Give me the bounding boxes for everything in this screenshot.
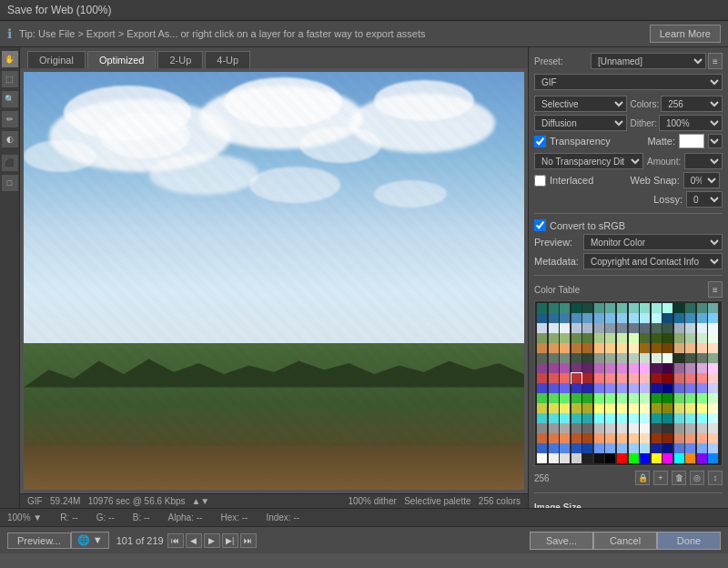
color-cell[interactable] [629,373,639,383]
color-cell[interactable] [571,453,581,463]
color-cell[interactable] [560,423,570,433]
color-cell[interactable] [549,453,559,463]
ct-shift-icon[interactable]: ↕ [708,471,723,485]
color-cell[interactable] [697,303,707,313]
color-cell[interactable] [685,393,695,403]
color-cell[interactable] [617,323,627,333]
color-cell[interactable] [594,343,604,353]
preset-menu-button[interactable]: ≡ [708,53,723,69]
image-nav-icons[interactable]: ▲▼ [191,496,209,506]
color-cell[interactable] [708,443,718,453]
color-cell[interactable] [685,343,695,353]
color-cell[interactable] [708,353,718,363]
color-cell[interactable] [582,333,592,343]
color-cell[interactable] [549,383,559,393]
color-cell[interactable] [537,383,547,393]
color-cell[interactable] [571,353,581,363]
color-cell[interactable] [708,403,718,413]
done-button[interactable]: Done [657,532,721,550]
color-cell[interactable] [549,393,559,403]
color-cell[interactable] [594,323,604,333]
color-cell[interactable] [652,353,662,363]
color-cell[interactable] [708,383,718,393]
websnap-select[interactable]: 0% [683,172,720,188]
color-cell[interactable] [560,333,570,343]
color-cell[interactable] [605,383,615,393]
color-cell[interactable] [549,353,559,363]
color-cell[interactable] [537,363,547,373]
color-cell[interactable] [571,383,581,393]
color-cell[interactable] [708,423,718,433]
color-cell[interactable] [640,333,650,343]
color-cell[interactable] [640,353,650,363]
color-cell[interactable] [605,453,615,463]
color-cell[interactable] [708,313,718,323]
color-cell[interactable] [708,453,718,463]
color-cell[interactable] [685,373,695,383]
tab-optimized[interactable]: Optimized [87,51,157,68]
color-cell[interactable] [629,353,639,363]
color-cell[interactable] [685,333,695,343]
color-cell[interactable] [685,303,695,313]
anim-prev-button[interactable]: ◀ [186,533,202,548]
color-cell[interactable] [537,353,547,363]
color-cell[interactable] [549,403,559,413]
color-cell[interactable] [674,383,684,393]
color-cell[interactable] [674,413,684,423]
color-cell[interactable] [594,303,604,313]
color-cell[interactable] [594,423,604,433]
color-cell[interactable] [549,433,559,443]
color-cell[interactable] [571,373,581,383]
color-cell[interactable] [662,433,672,443]
color-cell[interactable] [640,313,650,323]
color-cell[interactable] [629,303,639,313]
color-cell[interactable] [560,443,570,453]
anim-play-button[interactable]: ▶ [204,533,220,548]
preset-select[interactable]: [Unnamed] [591,53,706,69]
color-cell[interactable] [685,403,695,413]
color-cell[interactable] [594,453,604,463]
color-cell[interactable] [708,343,718,353]
color-cell[interactable] [629,333,639,343]
color-cell[interactable] [582,423,592,433]
color-cell[interactable] [697,453,707,463]
color-cell[interactable] [685,383,695,393]
color-cell[interactable] [674,363,684,373]
color-cell[interactable] [571,403,581,413]
color-cell[interactable] [605,413,615,423]
color-cell[interactable] [582,373,592,383]
color-cell[interactable] [605,373,615,383]
color-cell[interactable] [697,363,707,373]
color-cell[interactable] [674,353,684,363]
color-cell[interactable] [629,323,639,333]
color-cell[interactable] [697,383,707,393]
color-cell[interactable] [582,313,592,323]
color-cell[interactable] [571,303,581,313]
color-cell[interactable] [571,433,581,443]
color-cell[interactable] [582,343,592,353]
color-cell[interactable] [560,373,570,383]
color-cell[interactable] [674,323,684,333]
color-cell[interactable] [652,323,662,333]
color-cell[interactable] [708,393,718,403]
select-tool[interactable]: ⬚ [2,71,18,87]
color-cell[interactable] [629,453,639,463]
color-cell[interactable] [640,433,650,443]
color-cell[interactable] [605,333,615,343]
color-cell[interactable] [662,443,672,453]
eyedropper-tool[interactable]: ✏ [2,111,18,127]
color-cell[interactable] [697,323,707,333]
color-cell[interactable] [571,343,581,353]
color-cell[interactable] [582,453,592,463]
color-cell[interactable] [640,343,650,353]
amount-select[interactable] [684,153,723,169]
color-cell[interactable] [652,363,662,373]
color-cell[interactable] [560,383,570,393]
color-cell[interactable] [640,363,650,373]
color-cell[interactable] [537,313,547,323]
color-cell[interactable] [685,363,695,373]
color-cell[interactable] [537,343,547,353]
metadata-select[interactable]: Copyright and Contact Info [583,253,723,269]
color-cell[interactable] [640,323,650,333]
color-cell[interactable] [674,423,684,433]
